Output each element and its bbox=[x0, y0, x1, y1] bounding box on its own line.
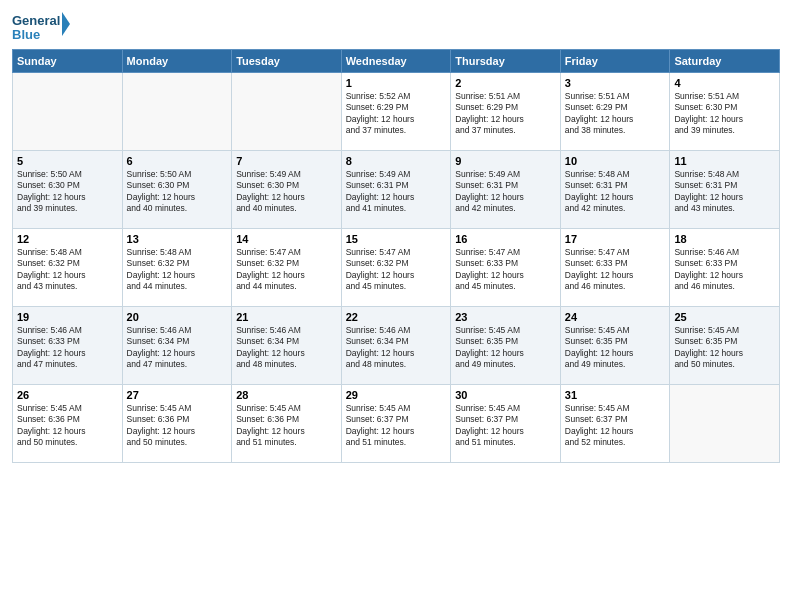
day-cell: 15Sunrise: 5:47 AM Sunset: 6:32 PM Dayli… bbox=[341, 229, 451, 307]
day-number: 13 bbox=[127, 233, 228, 245]
day-number: 3 bbox=[565, 77, 666, 89]
day-info: Sunrise: 5:50 AM Sunset: 6:30 PM Dayligh… bbox=[127, 169, 228, 215]
day-number: 24 bbox=[565, 311, 666, 323]
day-info: Sunrise: 5:46 AM Sunset: 6:34 PM Dayligh… bbox=[346, 325, 447, 371]
day-number: 29 bbox=[346, 389, 447, 401]
header-cell-tuesday: Tuesday bbox=[232, 50, 342, 73]
day-cell: 23Sunrise: 5:45 AM Sunset: 6:35 PM Dayli… bbox=[451, 307, 561, 385]
calendar-table: SundayMondayTuesdayWednesdayThursdayFrid… bbox=[12, 49, 780, 463]
day-cell: 18Sunrise: 5:46 AM Sunset: 6:33 PM Dayli… bbox=[670, 229, 780, 307]
day-info: Sunrise: 5:50 AM Sunset: 6:30 PM Dayligh… bbox=[17, 169, 118, 215]
day-cell: 16Sunrise: 5:47 AM Sunset: 6:33 PM Dayli… bbox=[451, 229, 561, 307]
day-cell: 9Sunrise: 5:49 AM Sunset: 6:31 PM Daylig… bbox=[451, 151, 561, 229]
day-cell: 13Sunrise: 5:48 AM Sunset: 6:32 PM Dayli… bbox=[122, 229, 232, 307]
svg-text:Blue: Blue bbox=[12, 27, 40, 42]
day-info: Sunrise: 5:48 AM Sunset: 6:32 PM Dayligh… bbox=[127, 247, 228, 293]
day-number: 20 bbox=[127, 311, 228, 323]
day-info: Sunrise: 5:47 AM Sunset: 6:32 PM Dayligh… bbox=[236, 247, 337, 293]
day-info: Sunrise: 5:47 AM Sunset: 6:33 PM Dayligh… bbox=[565, 247, 666, 293]
day-info: Sunrise: 5:47 AM Sunset: 6:33 PM Dayligh… bbox=[455, 247, 556, 293]
day-number: 11 bbox=[674, 155, 775, 167]
day-cell: 8Sunrise: 5:49 AM Sunset: 6:31 PM Daylig… bbox=[341, 151, 451, 229]
day-number: 15 bbox=[346, 233, 447, 245]
logo-svg: GeneralBlue bbox=[12, 10, 72, 45]
day-info: Sunrise: 5:48 AM Sunset: 6:31 PM Dayligh… bbox=[565, 169, 666, 215]
day-info: Sunrise: 5:45 AM Sunset: 6:37 PM Dayligh… bbox=[455, 403, 556, 449]
day-number: 2 bbox=[455, 77, 556, 89]
day-number: 26 bbox=[17, 389, 118, 401]
day-cell bbox=[232, 73, 342, 151]
day-number: 28 bbox=[236, 389, 337, 401]
day-cell: 6Sunrise: 5:50 AM Sunset: 6:30 PM Daylig… bbox=[122, 151, 232, 229]
day-cell: 7Sunrise: 5:49 AM Sunset: 6:30 PM Daylig… bbox=[232, 151, 342, 229]
week-row-4: 19Sunrise: 5:46 AM Sunset: 6:33 PM Dayli… bbox=[13, 307, 780, 385]
day-number: 12 bbox=[17, 233, 118, 245]
day-number: 9 bbox=[455, 155, 556, 167]
day-cell: 27Sunrise: 5:45 AM Sunset: 6:36 PM Dayli… bbox=[122, 385, 232, 463]
day-info: Sunrise: 5:45 AM Sunset: 6:35 PM Dayligh… bbox=[455, 325, 556, 371]
day-info: Sunrise: 5:49 AM Sunset: 6:30 PM Dayligh… bbox=[236, 169, 337, 215]
day-cell: 10Sunrise: 5:48 AM Sunset: 6:31 PM Dayli… bbox=[560, 151, 670, 229]
day-number: 4 bbox=[674, 77, 775, 89]
day-number: 14 bbox=[236, 233, 337, 245]
header-cell-wednesday: Wednesday bbox=[341, 50, 451, 73]
svg-marker-2 bbox=[62, 12, 70, 36]
day-cell: 17Sunrise: 5:47 AM Sunset: 6:33 PM Dayli… bbox=[560, 229, 670, 307]
day-number: 6 bbox=[127, 155, 228, 167]
day-cell: 20Sunrise: 5:46 AM Sunset: 6:34 PM Dayli… bbox=[122, 307, 232, 385]
day-number: 16 bbox=[455, 233, 556, 245]
day-number: 30 bbox=[455, 389, 556, 401]
day-cell: 4Sunrise: 5:51 AM Sunset: 6:30 PM Daylig… bbox=[670, 73, 780, 151]
day-number: 25 bbox=[674, 311, 775, 323]
day-cell: 22Sunrise: 5:46 AM Sunset: 6:34 PM Dayli… bbox=[341, 307, 451, 385]
day-info: Sunrise: 5:46 AM Sunset: 6:34 PM Dayligh… bbox=[236, 325, 337, 371]
day-info: Sunrise: 5:45 AM Sunset: 6:36 PM Dayligh… bbox=[236, 403, 337, 449]
week-row-1: 1Sunrise: 5:52 AM Sunset: 6:29 PM Daylig… bbox=[13, 73, 780, 151]
day-cell: 21Sunrise: 5:46 AM Sunset: 6:34 PM Dayli… bbox=[232, 307, 342, 385]
day-cell bbox=[670, 385, 780, 463]
day-info: Sunrise: 5:47 AM Sunset: 6:32 PM Dayligh… bbox=[346, 247, 447, 293]
day-info: Sunrise: 5:46 AM Sunset: 6:33 PM Dayligh… bbox=[17, 325, 118, 371]
day-cell: 31Sunrise: 5:45 AM Sunset: 6:37 PM Dayli… bbox=[560, 385, 670, 463]
day-number: 10 bbox=[565, 155, 666, 167]
header-cell-monday: Monday bbox=[122, 50, 232, 73]
day-info: Sunrise: 5:48 AM Sunset: 6:32 PM Dayligh… bbox=[17, 247, 118, 293]
day-cell bbox=[122, 73, 232, 151]
day-info: Sunrise: 5:45 AM Sunset: 6:35 PM Dayligh… bbox=[565, 325, 666, 371]
week-row-3: 12Sunrise: 5:48 AM Sunset: 6:32 PM Dayli… bbox=[13, 229, 780, 307]
day-info: Sunrise: 5:51 AM Sunset: 6:30 PM Dayligh… bbox=[674, 91, 775, 137]
day-number: 27 bbox=[127, 389, 228, 401]
day-cell: 24Sunrise: 5:45 AM Sunset: 6:35 PM Dayli… bbox=[560, 307, 670, 385]
svg-text:General: General bbox=[12, 13, 60, 28]
day-cell: 1Sunrise: 5:52 AM Sunset: 6:29 PM Daylig… bbox=[341, 73, 451, 151]
day-cell: 26Sunrise: 5:45 AM Sunset: 6:36 PM Dayli… bbox=[13, 385, 123, 463]
day-info: Sunrise: 5:45 AM Sunset: 6:36 PM Dayligh… bbox=[127, 403, 228, 449]
day-info: Sunrise: 5:52 AM Sunset: 6:29 PM Dayligh… bbox=[346, 91, 447, 137]
day-number: 5 bbox=[17, 155, 118, 167]
header-cell-saturday: Saturday bbox=[670, 50, 780, 73]
day-info: Sunrise: 5:48 AM Sunset: 6:31 PM Dayligh… bbox=[674, 169, 775, 215]
day-info: Sunrise: 5:45 AM Sunset: 6:37 PM Dayligh… bbox=[346, 403, 447, 449]
day-cell: 30Sunrise: 5:45 AM Sunset: 6:37 PM Dayli… bbox=[451, 385, 561, 463]
week-row-5: 26Sunrise: 5:45 AM Sunset: 6:36 PM Dayli… bbox=[13, 385, 780, 463]
day-number: 19 bbox=[17, 311, 118, 323]
day-info: Sunrise: 5:45 AM Sunset: 6:37 PM Dayligh… bbox=[565, 403, 666, 449]
header-row: SundayMondayTuesdayWednesdayThursdayFrid… bbox=[13, 50, 780, 73]
logo: GeneralBlue bbox=[12, 10, 72, 45]
day-cell: 11Sunrise: 5:48 AM Sunset: 6:31 PM Dayli… bbox=[670, 151, 780, 229]
day-info: Sunrise: 5:46 AM Sunset: 6:33 PM Dayligh… bbox=[674, 247, 775, 293]
day-number: 31 bbox=[565, 389, 666, 401]
header-cell-friday: Friday bbox=[560, 50, 670, 73]
day-number: 22 bbox=[346, 311, 447, 323]
day-info: Sunrise: 5:45 AM Sunset: 6:35 PM Dayligh… bbox=[674, 325, 775, 371]
header-cell-thursday: Thursday bbox=[451, 50, 561, 73]
day-info: Sunrise: 5:45 AM Sunset: 6:36 PM Dayligh… bbox=[17, 403, 118, 449]
day-number: 23 bbox=[455, 311, 556, 323]
day-info: Sunrise: 5:49 AM Sunset: 6:31 PM Dayligh… bbox=[346, 169, 447, 215]
day-number: 1 bbox=[346, 77, 447, 89]
day-number: 8 bbox=[346, 155, 447, 167]
day-cell: 28Sunrise: 5:45 AM Sunset: 6:36 PM Dayli… bbox=[232, 385, 342, 463]
day-number: 21 bbox=[236, 311, 337, 323]
day-cell: 14Sunrise: 5:47 AM Sunset: 6:32 PM Dayli… bbox=[232, 229, 342, 307]
day-cell: 25Sunrise: 5:45 AM Sunset: 6:35 PM Dayli… bbox=[670, 307, 780, 385]
